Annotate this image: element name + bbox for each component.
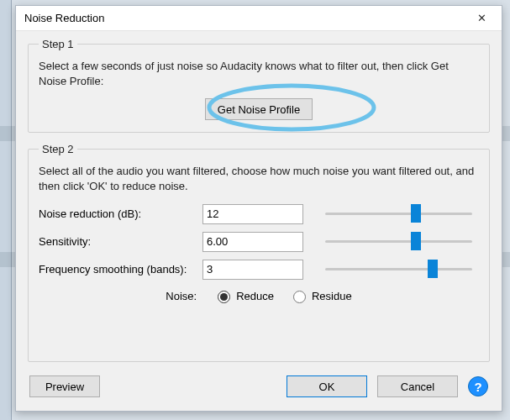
noise-reduction-dialog: Noise Reduction ✕ Step 1 Select a few se… <box>15 5 502 412</box>
cancel-button[interactable]: Cancel <box>377 375 458 397</box>
step1-group: Step 1 Select a few seconds of just nois… <box>28 38 490 133</box>
help-icon: ? <box>474 380 481 394</box>
residue-radio[interactable]: Residue <box>289 288 352 303</box>
step2-description: Select all of the audio you want filtere… <box>39 164 479 193</box>
noise-mode-label: Noise: <box>166 290 197 302</box>
sensitivity-label: Sensitivity: <box>39 235 202 248</box>
reduce-radio[interactable]: Reduce <box>213 288 274 303</box>
reduce-radio-input[interactable] <box>218 291 230 303</box>
close-button[interactable]: ✕ <box>465 8 498 29</box>
sensitivity-input[interactable] <box>202 232 303 252</box>
freq-smoothing-slider[interactable] <box>325 260 472 277</box>
preview-button[interactable]: Preview <box>29 375 100 397</box>
freq-smoothing-label: Frequency smoothing (bands): <box>39 263 202 276</box>
step1-description: Select a few seconds of just noise so Au… <box>39 59 479 88</box>
titlebar: Noise Reduction ✕ <box>16 6 502 31</box>
ok-button[interactable]: OK <box>287 375 367 397</box>
help-button[interactable]: ? <box>468 376 488 396</box>
noise-reduction-label: Noise reduction (dB): <box>39 207 202 220</box>
dialog-title: Noise Reduction <box>24 12 465 24</box>
step2-legend: Step 2 <box>39 143 77 155</box>
noise-reduction-input[interactable] <box>202 204 303 224</box>
freq-smoothing-input[interactable] <box>202 260 303 280</box>
close-icon: ✕ <box>477 12 486 24</box>
reduce-radio-label: Reduce <box>236 290 274 302</box>
residue-radio-label: Residue <box>312 290 352 302</box>
get-noise-profile-button[interactable]: Get Noise Profile <box>205 98 313 120</box>
step2-group: Step 2 Select all of the audio you want … <box>28 143 490 362</box>
step1-legend: Step 1 <box>39 38 77 50</box>
noise-reduction-slider[interactable] <box>325 205 472 222</box>
residue-radio-input[interactable] <box>293 291 306 303</box>
sensitivity-slider[interactable] <box>325 233 472 249</box>
dialog-footer: Preview OK Cancel ? <box>28 372 490 401</box>
